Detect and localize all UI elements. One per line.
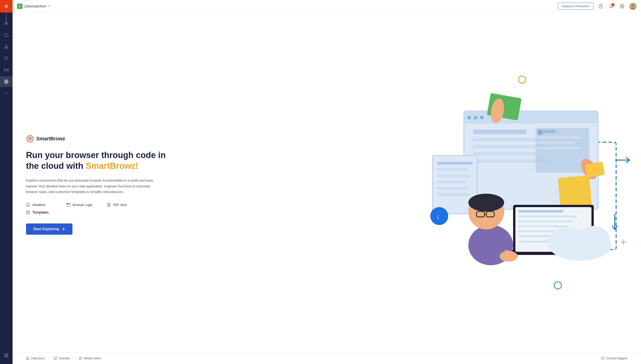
svg-rect-16: [7, 356, 8, 357]
pdf-icon: [107, 203, 111, 207]
svg-rect-50: [480, 116, 483, 120]
svg-rect-68: [437, 193, 470, 196]
settings-icon: [620, 4, 624, 8]
svg-point-37: [518, 76, 525, 83]
svg-rect-80: [518, 216, 577, 218]
headless-icon: [26, 203, 30, 207]
user-avatar-img: [629, 3, 636, 10]
illustration-svg: +: [365, 21, 634, 344]
svg-point-88: [468, 194, 504, 212]
svg-point-57: [537, 130, 542, 135]
start-exploring-button[interactable]: Start Exploring: [26, 224, 73, 235]
tutorials-link[interactable]: Tutorials: [54, 356, 70, 360]
deploy-button[interactable]: Deploy to Production: [558, 3, 593, 10]
svg-rect-58: [542, 130, 555, 133]
svg-rect-48: [467, 116, 471, 120]
svg-point-12: [5, 93, 5, 94]
svg-rect-47: [464, 111, 598, 124]
feature-headless-label: Headless: [32, 203, 45, 207]
features-grid: Headless Browser Logic: [26, 203, 147, 207]
feature-pdf-shot: PDF Shot: [107, 203, 147, 207]
svg-rect-82: [518, 226, 568, 227]
svg-rect-96: [54, 357, 57, 359]
svg-point-92: [500, 251, 518, 262]
content-left: SmartBrowz Run your browser through code…: [13, 12, 358, 352]
svg-point-10: [6, 93, 7, 94]
star-icon: [79, 356, 82, 360]
org-switcher[interactable]: Z ZylkerDataTech: [17, 4, 51, 9]
svg-point-38: [554, 282, 561, 289]
feature-templates-label: Templates: [32, 210, 49, 214]
svg-rect-59: [536, 136, 581, 138]
svg-rect-49: [474, 116, 477, 120]
org-avatar: Z: [17, 4, 23, 9]
content-body: SmartBrowz Run your browser through code…: [13, 12, 641, 352]
notification-badge: 1: [611, 3, 614, 6]
svg-point-7: [6, 70, 7, 70]
hero-title-highlight: SmartBrowz!: [86, 161, 138, 170]
templates-icon: [26, 210, 30, 214]
svg-rect-23: [27, 203, 30, 206]
whats-new-link[interactable]: What's New?: [79, 356, 101, 360]
settings-button[interactable]: [618, 3, 626, 10]
svg-text:+: +: [620, 236, 626, 247]
header-actions: Deploy to Production 1: [558, 3, 636, 10]
svg-point-28: [67, 204, 68, 204]
arrow-right-icon: [61, 227, 65, 231]
header: Z ZylkerDataTech Deploy to Production: [13, 0, 641, 12]
svg-point-11: [8, 93, 8, 94]
feature-headless: Headless: [26, 203, 66, 207]
svg-line-4: [5, 46, 6, 48]
svg-rect-81: [518, 220, 572, 222]
svg-marker-99: [79, 357, 82, 360]
help-button[interactable]: [597, 3, 604, 10]
svg-rect-61: [536, 146, 579, 149]
svg-point-21: [632, 4, 634, 7]
sidebar-icon-lightning[interactable]: [0, 18, 13, 29]
feature-browser-logic-label: Browser Logic: [73, 203, 93, 207]
notifications-button[interactable]: 1: [608, 3, 615, 10]
help-docs-link[interactable]: Help Docs: [26, 356, 45, 360]
svg-point-29: [68, 204, 68, 204]
smartbrowz-logo-icon: [26, 135, 34, 143]
svg-rect-54: [473, 152, 535, 156]
hero-illustration: +: [358, 12, 641, 352]
svg-rect-53: [473, 145, 544, 148]
svg-rect-79: [518, 210, 563, 212]
sidebar-icon-dots[interactable]: [0, 88, 13, 98]
svg-rect-65: [437, 174, 470, 177]
contact-support-link[interactable]: Contact Support: [601, 356, 627, 360]
feature-browser-logic: Browser Logic: [66, 203, 107, 207]
main-content: Z ZylkerDataTech Deploy to Production: [13, 0, 641, 364]
book-icon: [26, 356, 29, 360]
user-avatar[interactable]: [629, 3, 636, 10]
svg-rect-15: [5, 356, 6, 357]
org-name: ZylkerDataTech: [24, 4, 46, 8]
svg-rect-64: [437, 168, 468, 171]
sidebar-icon-diamond[interactable]: [0, 53, 13, 64]
sidebar-icon-graph[interactable]: [0, 41, 13, 52]
sidebar-icon-satellite[interactable]: [0, 64, 13, 75]
footer: Help Docs Tutorials What's New?: [13, 352, 641, 364]
svg-rect-51: [473, 130, 527, 134]
help-icon: [598, 4, 603, 8]
svg-text:↓: ↓: [436, 212, 440, 220]
svg-rect-14: [7, 354, 8, 355]
chevron-down-icon: [48, 5, 51, 8]
svg-point-95: [578, 226, 609, 251]
svg-rect-66: [437, 181, 466, 183]
svg-rect-13: [5, 354, 6, 355]
svg-rect-33: [27, 211, 30, 214]
sidebar-icon-grid[interactable]: [0, 350, 13, 361]
sidebar-icon-smartbrowz[interactable]: [0, 76, 13, 87]
hero-description: Explore components that let you automate…: [26, 178, 156, 195]
svg-rect-60: [536, 141, 574, 144]
sidebar-icon-cloud[interactable]: [0, 30, 13, 40]
svg-line-5: [6, 46, 8, 48]
svg-point-17: [599, 4, 603, 8]
svg-rect-63: [437, 162, 473, 164]
svg-rect-56: [535, 128, 589, 172]
svg-rect-67: [437, 187, 468, 190]
monitor-icon: [54, 356, 57, 360]
message-icon: [601, 356, 605, 360]
